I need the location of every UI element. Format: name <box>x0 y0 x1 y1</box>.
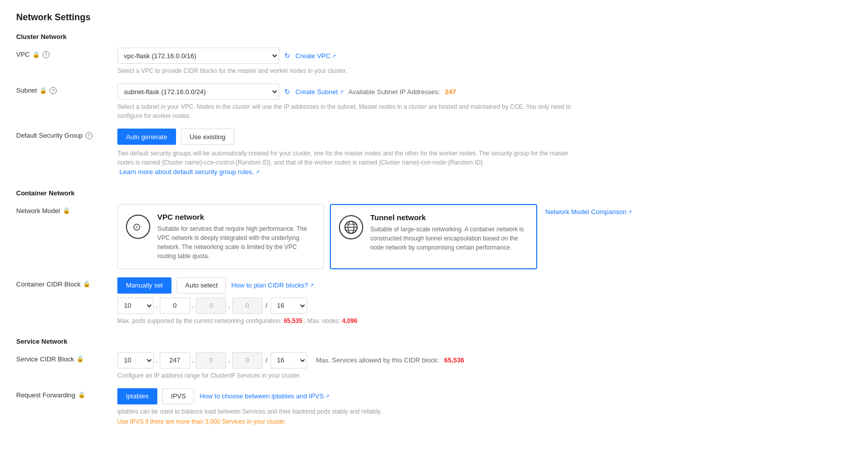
how-to-plan-cidr-link[interactable]: How to plan CIDR blocks? ↗ <box>231 281 314 289</box>
service-cidr-slash: / <box>266 356 268 364</box>
network-model-cards: ⊙ VPC network Suitable for services that… <box>117 204 537 269</box>
service-cidr-hint: Configure an IP address range for Cluste… <box>117 371 573 380</box>
service-cidr-octet1-select[interactable]: 10 172 192 <box>117 352 154 368</box>
max-services-value: 65,536 <box>444 356 464 364</box>
service-cidr-label: Service CIDR Block 🔒 <box>16 352 117 363</box>
request-forwarding-form-group: Request Forwarding 🔒 iptables IPVS How t… <box>16 388 852 425</box>
container-cidr-lock-icon[interactable]: 🔒 <box>83 280 91 288</box>
learn-more-security-link[interactable]: Learn more about default security group … <box>119 167 259 177</box>
subnet-help-icon[interactable]: ? <box>50 87 57 94</box>
vpc-refresh-icon[interactable]: ↻ <box>284 52 290 60</box>
security-group-help-icon[interactable]: ? <box>85 132 93 139</box>
subnet-content: subnet-flask (172.16.0.0/24) ↻ Create Su… <box>117 84 852 120</box>
service-cidr-input-row: 10 172 192 . . . / 16 17 18 19 <box>117 352 852 368</box>
network-model-lock-icon[interactable]: 🔒 <box>63 207 70 214</box>
service-cidr-octet4-input[interactable] <box>232 352 263 368</box>
vpc-card-text: VPC network Suitable for services that r… <box>157 213 315 261</box>
security-group-content: Auto generate Use existing Two default s… <box>117 129 852 177</box>
subnet-form-group: Subnet 🔒 ? subnet-flask (172.16.0.0/24) … <box>16 84 852 120</box>
subnet-refresh-icon[interactable]: ↻ <box>284 88 290 96</box>
container-cidr-btn-row: Manually set Auto select How to plan CID… <box>117 277 852 294</box>
network-model-label: Network Model 🔒 <box>16 204 117 215</box>
auto-generate-button[interactable]: Auto generate <box>117 129 176 145</box>
vpc-card-desc: Suitable for services that require high … <box>157 224 315 261</box>
subnet-select[interactable]: subnet-flask (172.16.0.0/24) <box>117 84 279 100</box>
subnet-input-row: subnet-flask (172.16.0.0/24) ↻ Create Su… <box>117 84 852 100</box>
service-cidr-octet3-input[interactable] <box>196 352 226 368</box>
container-cidr-octet1-select[interactable]: 10 172 192 <box>117 298 154 314</box>
subnet-label: Subnet 🔒 ? <box>16 84 117 94</box>
container-network-section: Container Network Network Model 🔒 ⊙ <box>16 189 852 325</box>
max-services-label: Max. Services allowed by this CIDR block… <box>316 356 439 364</box>
cidr-dot-1: . <box>156 302 158 309</box>
service-cidr-inputs: 10 172 192 . . . / 16 17 18 19 <box>117 352 307 368</box>
vpc-input-row: vpc-flask (172.16.0.0/16) ↻ Create VPC ↗ <box>117 48 852 64</box>
cluster-network-title: Cluster Network <box>16 33 852 40</box>
vpc-content: vpc-flask (172.16.0.0/16) ↻ Create VPC ↗… <box>117 48 852 75</box>
request-forwarding-lock-icon[interactable]: 🔒 <box>78 391 85 398</box>
service-cidr-form-group: Service CIDR Block 🔒 10 172 192 . . . <box>16 352 852 380</box>
container-cidr-octet4-input[interactable] <box>232 298 263 314</box>
container-cidr-octet2-input[interactable] <box>160 298 190 314</box>
svg-text:⊙: ⊙ <box>133 221 141 232</box>
page-title: Network Settings <box>16 12 852 23</box>
service-cidr-prefix-select[interactable]: 16 17 18 19 20 <box>271 352 307 368</box>
vpc-form-group: VPC 🔒 ? vpc-flask (172.16.0.0/16) ↻ Crea… <box>16 48 852 75</box>
create-subnet-link[interactable]: Create Subnet ↗ <box>295 88 343 96</box>
auto-select-button[interactable]: Auto select <box>177 277 226 294</box>
security-group-label: Default Security Group ? <box>16 129 117 139</box>
ipvs-warning: Use IPVS if there are more than 3,000 Se… <box>117 418 852 425</box>
container-cidr-prefix-select[interactable]: 16 17 18 19 20 <box>271 298 307 314</box>
request-forwarding-label: Request Forwarding 🔒 <box>16 388 117 399</box>
tunnel-card-desc: Suitable of large-scale networking. A co… <box>370 225 528 252</box>
max-pods-value: 65,535 <box>284 317 302 324</box>
container-network-title: Container Network <box>16 189 852 197</box>
vpc-lock-icon[interactable]: 🔒 <box>32 51 40 58</box>
service-cidr-dot-1: . <box>156 356 158 364</box>
tunnel-card-title: Tunnel network <box>370 213 528 222</box>
service-cidr-dot-2: . <box>192 356 194 364</box>
available-subnet-label: Available Subnet IP Addresses: <box>349 88 440 96</box>
subnet-lock-icon[interactable]: 🔒 <box>39 87 47 94</box>
cidr-dot-2: . <box>192 302 194 309</box>
request-forwarding-content: iptables IPVS How to choose between ipta… <box>117 388 852 425</box>
tunnel-card-text: Tunnel network Suitable of large-scale n… <box>370 213 528 252</box>
max-nodes-value: 4,096 <box>342 317 357 324</box>
service-network-title: Service Network <box>16 338 852 345</box>
manually-set-button[interactable]: Manually set <box>117 277 171 294</box>
how-to-choose-link[interactable]: How to choose between iptables and IPVS … <box>199 392 329 400</box>
vpc-select[interactable]: vpc-flask (172.16.0.0/16) <box>117 48 279 64</box>
container-cidr-octet3-input[interactable] <box>196 298 226 314</box>
vpc-network-card[interactable]: ⊙ VPC network Suitable for services that… <box>117 204 324 269</box>
service-cidr-lock-icon[interactable]: 🔒 <box>76 355 84 362</box>
service-cidr-octet2-input[interactable] <box>160 352 190 368</box>
vpc-label: VPC 🔒 ? <box>16 48 117 58</box>
ipvs-button[interactable]: IPVS <box>162 388 195 404</box>
vpc-help-icon[interactable]: ? <box>42 51 50 58</box>
container-cidr-label: Container CIDR Block 🔒 <box>16 277 117 288</box>
container-cidr-content: Manually set Auto select How to plan CID… <box>117 277 852 325</box>
create-vpc-link[interactable]: Create VPC ↗ <box>295 52 336 60</box>
available-subnet-count: 247 <box>445 88 456 96</box>
subnet-hint: Select a subnet in your VPC. Nodes in th… <box>117 102 573 120</box>
request-forwarding-hint: iptables can be used to balance load bet… <box>117 407 573 416</box>
vpc-hint: Select a VPC to provide CIDR blocks for … <box>117 66 573 75</box>
security-group-form-group: Default Security Group ? Auto generate U… <box>16 129 852 177</box>
network-model-content: ⊙ VPC network Suitable for services that… <box>117 204 852 269</box>
vpc-card-title: VPC network <box>157 213 315 221</box>
service-cidr-content: 10 172 192 . . . / 16 17 18 19 <box>117 352 852 380</box>
service-cidr-dot-3: . <box>228 356 230 364</box>
network-comparison-link[interactable]: Network Model Comparison ↗ <box>545 208 632 216</box>
tunnel-network-card[interactable]: Tunnel network Suitable of large-scale n… <box>330 204 537 269</box>
service-network-section: Service Network Service CIDR Block 🔒 10 … <box>16 338 852 425</box>
use-existing-button[interactable]: Use existing <box>181 129 234 145</box>
vpc-card-icon: ⊙ <box>126 215 150 239</box>
container-cidr-inputs: 10 172 192 . . . / 16 17 18 19 20 <box>117 298 852 314</box>
container-cidr-form-group: Container CIDR Block 🔒 Manually set Auto… <box>16 277 852 325</box>
cidr-slash: / <box>266 302 268 309</box>
network-model-form-group: Network Model 🔒 ⊙ VPC network Su <box>16 204 852 269</box>
security-group-hint: Two default security groups will be auto… <box>117 149 573 177</box>
cidr-dot-3: . <box>228 302 230 309</box>
iptables-button[interactable]: iptables <box>117 388 157 404</box>
request-forwarding-btn-row: iptables IPVS How to choose between ipta… <box>117 388 852 404</box>
